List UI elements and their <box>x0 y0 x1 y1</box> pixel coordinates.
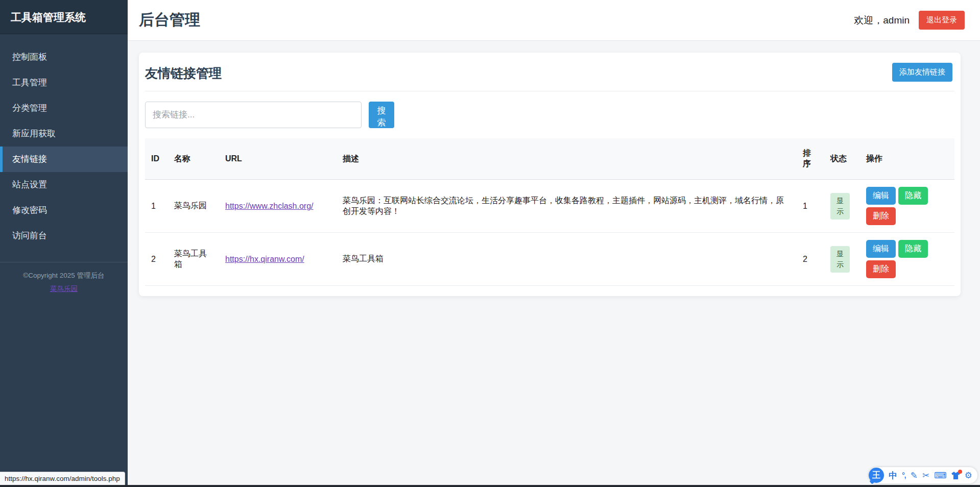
cell-id: 1 <box>145 180 168 233</box>
cell-name: 菜鸟乐园 <box>168 180 219 233</box>
page-title: 后台管理 <box>139 10 200 31</box>
status-badge: 显示 <box>830 193 850 220</box>
table-row: 2 菜鸟工具箱 https://hx.qiranw.com/ 菜鸟工具箱 2 显… <box>145 233 954 286</box>
cell-description: 菜鸟工具箱 <box>337 233 797 286</box>
friend-links-panel: 友情链接管理 添加友情链接 搜索 ID 名称 URL 描述 <box>139 53 961 296</box>
welcome-text: 欢迎，admin <box>854 14 910 27</box>
cell-url-link[interactable]: https://www.zhclash.org/ <box>225 202 314 210</box>
cell-id: 2 <box>145 233 168 286</box>
cell-order: 2 <box>797 233 824 286</box>
panel-title: 友情链接管理 <box>145 66 222 80</box>
friend-links-table: ID 名称 URL 描述 排序 状态 操作 1 菜鸟乐园 https://www… <box>145 138 954 286</box>
delete-button[interactable]: 删除 <box>866 260 896 278</box>
table-header-row: ID 名称 URL 描述 排序 状态 操作 <box>145 138 954 180</box>
search-row: 搜索 <box>145 102 954 128</box>
sidebar-item-change-password[interactable]: 修改密码 <box>0 198 128 223</box>
sidebar-item-new-apps[interactable]: 新应用获取 <box>0 121 128 147</box>
sidebar-item-visit-frontend[interactable]: 访问前台 <box>0 223 128 249</box>
col-header-desc: 描述 <box>337 138 797 180</box>
delete-button[interactable]: 删除 <box>866 207 896 225</box>
notification-dot <box>958 470 962 474</box>
edit-button[interactable]: 编辑 <box>866 240 896 258</box>
hide-button[interactable]: 隐藏 <box>898 240 928 258</box>
add-friend-link-button[interactable]: 添加友情链接 <box>892 63 952 82</box>
search-button[interactable]: 搜索 <box>369 102 394 128</box>
col-header-order: 排序 <box>797 138 824 180</box>
cell-name: 菜鸟工具箱 <box>168 233 219 286</box>
col-header-actions: 操作 <box>860 138 954 180</box>
edit-button[interactable]: 编辑 <box>866 187 896 205</box>
copyright-text: ©Copyright 2025 管理后台 <box>0 271 128 280</box>
cell-url-link[interactable]: https://hx.qiranw.com/ <box>225 255 304 263</box>
keyboard-icon[interactable]: ⌨ <box>934 471 947 480</box>
content-area: 友情链接管理 添加友情链接 搜索 ID 名称 URL 描述 <box>128 41 980 487</box>
sidebar-item-categories[interactable]: 分类管理 <box>0 95 128 121</box>
col-header-name: 名称 <box>168 138 219 180</box>
window-bottom-edge <box>0 485 980 487</box>
cell-order: 1 <box>797 180 824 233</box>
chinese-mode-icon[interactable]: 中 <box>889 471 897 480</box>
footer-site-link[interactable]: 菜鸟乐园 <box>50 284 78 294</box>
skin-tshirt-icon[interactable] <box>951 472 960 479</box>
app-brand: 工具箱管理系统 <box>0 0 128 34</box>
sidebar-item-dashboard[interactable]: 控制面板 <box>0 44 128 70</box>
sidebar-nav: 控制面板 工具管理 分类管理 新应用获取 友情链接 站点设置 修改密码 访问前台 <box>0 34 128 249</box>
ime-toolbar: 王 中 °, ✎ ✂ ⌨ ⚙ <box>869 467 977 483</box>
table-row: 1 菜鸟乐园 https://www.zhclash.org/ 菜鸟乐园：互联网… <box>145 180 954 233</box>
col-header-url: URL <box>219 138 337 180</box>
main-area: 后台管理 欢迎，admin 退出登录 友情链接管理 添加友情链接 搜索 <box>128 0 980 487</box>
top-header: 后台管理 欢迎，admin 退出登录 <box>128 0 980 41</box>
panel-title-row: 友情链接管理 <box>145 65 954 91</box>
settings-gear-icon[interactable]: ⚙ <box>965 471 972 480</box>
search-input[interactable] <box>145 102 362 128</box>
screenshot-scissors-icon[interactable]: ✂ <box>922 471 929 480</box>
sidebar: 工具箱管理系统 控制面板 工具管理 分类管理 新应用获取 友情链接 站点设置 修… <box>0 0 128 487</box>
col-header-id: ID <box>145 138 168 180</box>
status-badge: 显示 <box>830 246 850 273</box>
browser-status-url: https://hx.qiranw.com/admin/tools.php <box>0 472 125 485</box>
col-header-status: 状态 <box>824 138 860 180</box>
logout-button[interactable]: 退出登录 <box>919 11 965 30</box>
sogou-logo-icon[interactable]: 王 <box>869 468 884 483</box>
sidebar-footer: ©Copyright 2025 管理后台 菜鸟乐园 <box>0 262 128 294</box>
cell-description: 菜鸟乐园：互联网站长综合交流论坛，生活分享趣事平台，收集各路教程，主题插件，网站… <box>337 180 797 233</box>
sidebar-item-tools[interactable]: 工具管理 <box>0 70 128 95</box>
hide-button[interactable]: 隐藏 <box>898 187 928 205</box>
sidebar-item-friend-links[interactable]: 友情链接 <box>0 147 128 172</box>
handwriting-icon[interactable]: ✎ <box>911 471 918 480</box>
sidebar-item-site-settings[interactable]: 站点设置 <box>0 172 128 198</box>
punctuation-mode-icon[interactable]: °, <box>902 472 906 479</box>
